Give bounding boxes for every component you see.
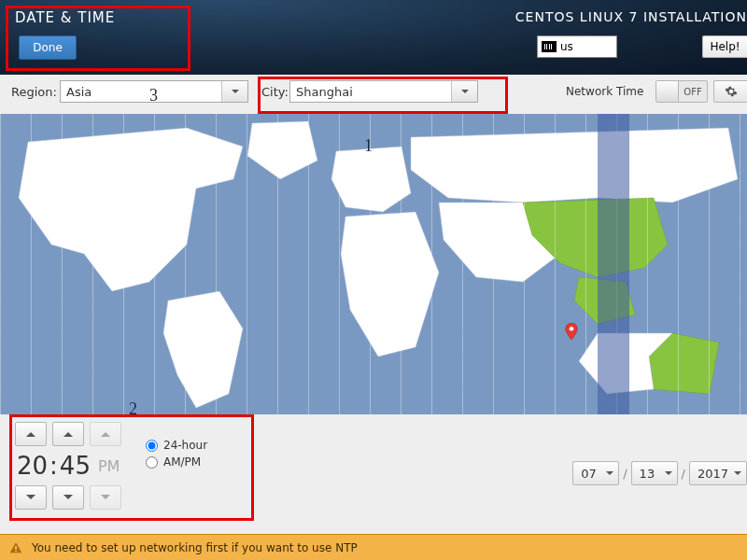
done-button[interactable]: Done [19,35,77,60]
warning-banner: You need to set up networking first if y… [0,534,747,560]
radio-24hour-input[interactable] [146,440,158,452]
toggle-state: OFF [679,81,707,102]
svg-rect-1 [15,546,16,550]
city-label: City: [261,85,289,99]
date-separator: / [682,467,685,481]
city-combobox[interactable]: Shanghai [289,80,478,103]
hours-down-button[interactable] [15,485,47,510]
ampm-down-button[interactable] [90,485,121,510]
network-time-toggle[interactable]: OFF [655,80,708,103]
city-value: Shanghai [290,85,451,99]
keyboard-icon [542,41,557,52]
minutes-value: 45 [60,452,91,480]
chevron-down-icon[interactable] [729,468,746,479]
chevron-down-icon[interactable] [601,468,618,479]
toggle-knob [656,81,679,102]
time-controls: 20:45 PM [15,422,121,510]
month-value: 07 [581,467,601,481]
day-value: 13 [640,467,660,481]
month-combobox[interactable]: 07 [572,461,619,485]
radio-ampm[interactable]: AM/PM [146,455,207,469]
time-format-radiogroup: 24-hour AM/PM [146,435,207,472]
date-controls: 07 / 13 / 2017 [572,461,747,485]
date-separator: / [623,467,627,481]
selector-row: Region: Asia City: Shanghai Network Time… [0,80,747,108]
hours-value: 20 [17,452,48,480]
warning-icon [9,541,22,554]
help-button[interactable]: Help! [702,35,747,58]
day-combobox[interactable]: 13 [631,461,678,485]
svg-point-0 [570,327,574,331]
radio-24hour[interactable]: 24-hour [146,439,207,452]
ampm-up-button[interactable] [90,422,121,446]
gear-icon [725,85,738,98]
region-label: Region: [11,85,57,99]
timezone-map[interactable] [0,114,747,414]
chevron-down-icon[interactable] [451,81,477,102]
warning-text: You need to set up networking first if y… [32,541,358,554]
page-title: DATE & TIME [15,9,115,26]
selected-timezone-band [598,114,629,414]
chevron-down-icon[interactable] [660,468,677,479]
ampm-value: PM [98,457,120,475]
region-value: Asia [61,85,221,99]
minutes-up-button[interactable] [52,422,84,446]
world-map-svg [0,114,747,414]
keyboard-layout-value: us [560,40,573,53]
keyboard-layout-indicator[interactable]: us [537,35,617,58]
minutes-down-button[interactable] [52,485,84,510]
year-value: 2017 [698,467,729,481]
network-time-settings-button[interactable] [713,80,747,103]
svg-rect-2 [15,550,16,551]
installer-title: CENTOS LINUX 7 INSTALLATION [515,9,747,24]
header-bar: DATE & TIME CENTOS LINUX 7 INSTALLATION … [0,0,747,75]
year-combobox[interactable]: 2017 [689,461,747,485]
hours-up-button[interactable] [15,422,47,446]
chevron-down-icon[interactable] [221,81,247,102]
network-time-label: Network Time [566,85,643,98]
region-combobox[interactable]: Asia [60,80,248,103]
radio-ampm-input[interactable] [146,456,158,469]
location-pin-icon [565,323,578,340]
